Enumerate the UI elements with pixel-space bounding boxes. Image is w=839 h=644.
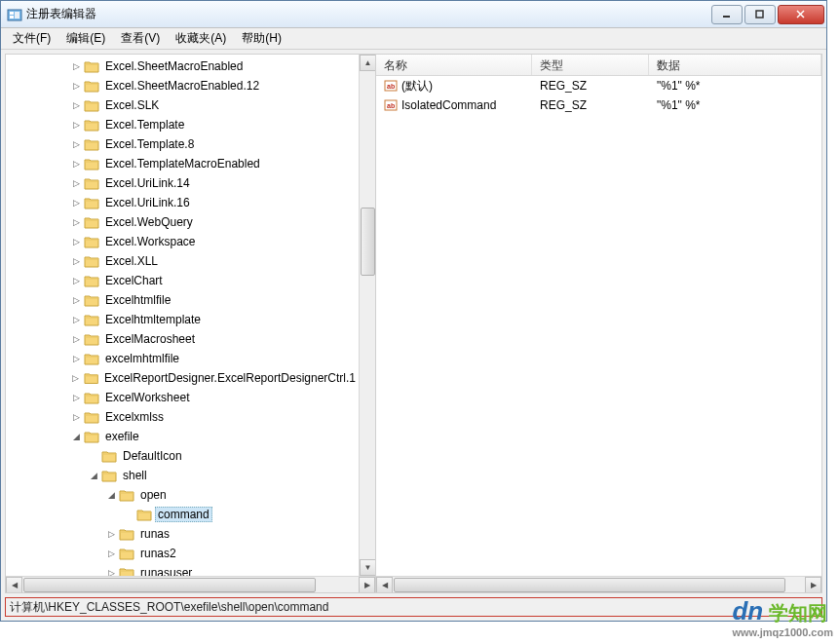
- scroll-thumb-h[interactable]: [394, 578, 785, 592]
- list-header: 名称 类型 数据: [376, 55, 821, 76]
- tree-item[interactable]: ▷Excel.SLK: [6, 95, 359, 115]
- menu-file[interactable]: 文件(F): [5, 28, 58, 49]
- tree-item[interactable]: ▷Excel.Workspace: [6, 232, 359, 251]
- expander-icon[interactable]: ▷: [70, 353, 82, 364]
- tree-item[interactable]: ▷Excel.Template.8: [6, 134, 359, 154]
- tree-item[interactable]: ▷ExcelMacrosheet: [6, 329, 359, 349]
- expander-icon[interactable]: ▷: [70, 255, 82, 267]
- expander-icon[interactable]: ▷: [70, 333, 82, 345]
- expander-icon[interactable]: ▷: [70, 314, 82, 325]
- tree-item[interactable]: ◢shell: [6, 466, 359, 485]
- tree-label: Excel.UriLink.14: [102, 175, 193, 191]
- tree-vscrollbar[interactable]: ▲ ▼: [359, 55, 375, 576]
- watermark-url: www.jmqz1000.com: [732, 626, 833, 638]
- expander-icon[interactable]: ▷: [70, 294, 82, 306]
- tree-item[interactable]: ▷Excel.TemplateMacroEnabled: [6, 154, 359, 173]
- list-row[interactable]: ab(默认)REG_SZ"%1" %*: [376, 76, 821, 95]
- tree-item[interactable]: ▷excelmhtmlfile: [6, 349, 359, 368]
- tree-item[interactable]: ▷Excel.UriLink.16: [6, 193, 359, 212]
- tree-label: ExcelChart: [102, 273, 166, 288]
- expander-icon[interactable]: [123, 509, 134, 520]
- tree-hscrollbar[interactable]: ◀ ▶: [6, 576, 375, 592]
- expander-icon[interactable]: ▷: [70, 177, 82, 189]
- expander-icon[interactable]: ▷: [70, 411, 82, 423]
- expander-icon[interactable]: ▷: [70, 236, 82, 247]
- list-hscrollbar[interactable]: ◀ ▶: [376, 576, 821, 592]
- tree-item[interactable]: ▷runasuser: [6, 563, 359, 576]
- cell-data: "%1" %*: [649, 79, 821, 93]
- expander-icon[interactable]: ▷: [70, 119, 82, 131]
- expander-icon[interactable]: ▷: [70, 60, 82, 72]
- expander-icon[interactable]: ▷: [70, 392, 82, 403]
- expander-icon[interactable]: ▷: [70, 275, 82, 286]
- maximize-button[interactable]: [744, 5, 776, 24]
- tree-label: Excel.Template: [102, 117, 187, 133]
- col-data[interactable]: 数据: [649, 55, 821, 75]
- expander-icon[interactable]: ▷: [70, 197, 82, 208]
- expander-icon[interactable]: ◢: [70, 431, 82, 442]
- tree-item[interactable]: ▷Excelhtmlfile: [6, 290, 359, 310]
- tree-item[interactable]: ▷ExcelWorksheet: [6, 388, 359, 407]
- expander-icon[interactable]: ▷: [70, 138, 82, 150]
- expander-icon[interactable]: [88, 450, 99, 462]
- cell-type: REG_SZ: [532, 79, 649, 93]
- menu-edit[interactable]: 编辑(E): [58, 28, 113, 49]
- scroll-thumb[interactable]: [361, 208, 375, 276]
- tree-item[interactable]: ▷Excel.WebQuery: [6, 212, 359, 232]
- tree-item[interactable]: ▷runas: [6, 524, 359, 544]
- tree-label: Excel.SLK: [102, 97, 162, 113]
- col-name[interactable]: 名称: [376, 55, 532, 75]
- expander-icon[interactable]: ◢: [88, 470, 99, 481]
- expander-icon[interactable]: ▷: [105, 548, 117, 559]
- tree-item[interactable]: ▷Excel.UriLink.14: [6, 173, 359, 193]
- expander-icon[interactable]: ▷: [70, 99, 82, 111]
- tree-item[interactable]: DefaultIcon: [6, 446, 359, 466]
- scroll-right-button[interactable]: ▶: [359, 577, 375, 593]
- expander-icon[interactable]: ◢: [105, 489, 117, 501]
- expander-icon[interactable]: ▷: [70, 80, 82, 92]
- tree-item[interactable]: ▷runas2: [6, 544, 359, 563]
- minimize-icon: [722, 10, 732, 19]
- tree-item[interactable]: ▷Excelxmlss: [6, 407, 359, 427]
- tree-label: command: [155, 507, 212, 522]
- folder-icon: [119, 527, 134, 541]
- tree-item[interactable]: ▷Excel.XLL: [6, 251, 359, 271]
- tree-item[interactable]: ◢open: [6, 485, 359, 505]
- list-body[interactable]: ab(默认)REG_SZ"%1" %*abIsolatedCommandREG_…: [376, 76, 821, 576]
- scroll-up-button[interactable]: ▲: [360, 55, 375, 71]
- expander-icon[interactable]: ▷: [70, 372, 82, 384]
- col-type[interactable]: 类型: [532, 55, 649, 75]
- folder-icon: [84, 215, 99, 229]
- tree-item[interactable]: ▷ExcelChart: [6, 271, 359, 290]
- tree-item[interactable]: ▷ExcelReportDesigner.ExcelReportDesigner…: [6, 368, 359, 388]
- scroll-left-button[interactable]: ◀: [6, 577, 22, 593]
- expander-icon[interactable]: ▷: [70, 216, 82, 228]
- close-button[interactable]: [778, 5, 824, 24]
- scroll-left-button[interactable]: ◀: [376, 577, 393, 593]
- menu-help[interactable]: 帮助(H): [234, 28, 289, 49]
- tree-item[interactable]: ◢exefile: [6, 427, 359, 446]
- tree-item[interactable]: ▷Excelhtmltemplate: [6, 310, 359, 329]
- tree-item[interactable]: ▷Excel.SheetMacroEnabled: [6, 57, 359, 76]
- expander-icon[interactable]: ▷: [70, 158, 82, 170]
- tree-label: Excelhtmlfile: [102, 292, 173, 308]
- menu-view[interactable]: 查看(V): [113, 28, 168, 49]
- tree-item[interactable]: ▷Excel.Template: [6, 115, 359, 134]
- tree-item[interactable]: ▷Excel.SheetMacroEnabled.12: [6, 76, 359, 95]
- list-row[interactable]: abIsolatedCommandREG_SZ"%1" %*: [376, 95, 821, 115]
- content-area: ▷Excel.SheetMacroEnabled▷Excel.SheetMacr…: [5, 54, 822, 593]
- menu-favorites[interactable]: 收藏夹(A): [168, 28, 234, 49]
- tree-item[interactable]: command: [6, 505, 359, 524]
- scroll-thumb-h[interactable]: [23, 578, 316, 592]
- scroll-right-button[interactable]: ▶: [805, 577, 821, 593]
- minimize-button[interactable]: [711, 5, 743, 24]
- scroll-track[interactable]: [360, 71, 375, 559]
- expander-icon[interactable]: ▷: [105, 528, 117, 540]
- expander-icon[interactable]: ▷: [105, 567, 117, 576]
- scroll-down-button[interactable]: ▼: [360, 559, 375, 576]
- scroll-track-h[interactable]: [22, 577, 359, 593]
- window-controls: [709, 5, 824, 24]
- cell-data: "%1" %*: [649, 98, 821, 112]
- scroll-track-h[interactable]: [393, 577, 805, 593]
- tree-view[interactable]: ▷Excel.SheetMacroEnabled▷Excel.SheetMacr…: [6, 55, 359, 576]
